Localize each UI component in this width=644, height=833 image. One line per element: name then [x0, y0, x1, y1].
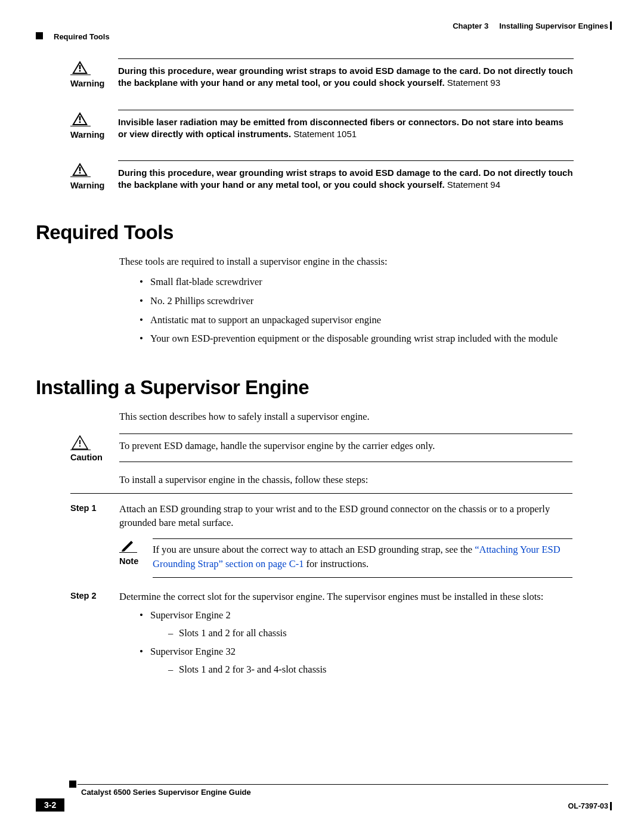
warning-text: During this procedure, wear grounding wr…	[118, 168, 573, 190]
header-square-icon	[36, 32, 43, 39]
list-item: Antistatic mat to support an unpackaged …	[140, 312, 572, 328]
warning-statement: Statement 94	[445, 179, 500, 190]
svg-rect-6	[79, 116, 81, 120]
required-tools-intro: These tools are required to install a su…	[119, 255, 572, 269]
step-text: Determine the correct slot for the super…	[119, 591, 543, 602]
running-footer: Catalyst 6500 Series Supervisor Engine G…	[36, 784, 608, 815]
svg-rect-11	[79, 172, 81, 174]
warning-icon	[70, 110, 91, 126]
note-block: Note If you are unsure about the correct…	[119, 538, 572, 578]
svg-rect-2	[79, 65, 81, 69]
page-number: 3-2	[36, 798, 64, 812]
list-item: Slots 1 and 2 for 3- and 4-slot chassis	[168, 662, 572, 677]
note-text-pre: If you are unsure about the correct way …	[153, 544, 475, 555]
warning-text: During this procedure, wear grounding wr…	[118, 66, 573, 88]
chapter-label: Chapter 3	[453, 21, 488, 30]
footer-accent-bar	[610, 802, 612, 810]
caution-block: Caution To prevent ESD damage, handle th…	[70, 433, 572, 462]
book-title: Catalyst 6500 Series Supervisor Engine G…	[81, 788, 251, 797]
document-number: OL-7397-03	[568, 802, 608, 810]
heading-required-tools: Required Tools	[36, 221, 608, 244]
list-item: Slots 1 and 2 for all chassis	[168, 625, 572, 641]
step-label: Step 2	[70, 590, 119, 680]
header-accent-bar	[610, 21, 612, 30]
list-item: Your own ESD-prevention equipment or the…	[140, 331, 572, 346]
svg-rect-10	[79, 167, 81, 171]
warning-block: Warning During this procedure, wear grou…	[70, 160, 574, 191]
note-icon	[119, 538, 137, 553]
warning-icon	[70, 58, 91, 75]
list-item: No. 2 Phillips screwdriver	[140, 293, 572, 309]
section-current: Required Tools	[54, 32, 110, 41]
svg-rect-7	[79, 121, 81, 123]
note-text-post: for instructions.	[304, 558, 369, 569]
list-item: Supervisor Engine 2 Slots 1 and 2 for al…	[140, 608, 572, 640]
list-item: Small flat-blade screwdriver	[140, 274, 572, 290]
caution-text: To prevent ESD damage, handle the superv…	[119, 433, 572, 462]
footer-square-icon	[69, 781, 76, 788]
warning-label: Warning	[70, 181, 118, 190]
chapter-title: Installing Supervisor Engines	[499, 21, 608, 30]
step-text: Attach an ESD grounding strap to your wr…	[119, 503, 550, 529]
step: Step 2 Determine the correct slot for th…	[70, 590, 572, 680]
step-label: Step 1	[70, 502, 119, 578]
warning-block: Warning Invisible laser radiation may be…	[70, 110, 574, 141]
svg-rect-3	[79, 70, 81, 72]
warning-statement: Statement 93	[445, 78, 500, 88]
install-lead: To install a supervisor engine in the ch…	[119, 473, 572, 487]
step: Step 1 Attach an ESD grounding strap to …	[70, 502, 572, 578]
install-intro: This section describes how to safely ins…	[119, 410, 572, 424]
heading-install: Installing a Supervisor Engine	[36, 376, 608, 399]
svg-rect-13	[79, 440, 80, 444]
required-tools-list: Small flat-blade screwdriver No. 2 Phill…	[140, 274, 572, 346]
warning-statement: Statement 1051	[291, 129, 357, 139]
caution-icon	[70, 433, 91, 450]
caution-label: Caution	[70, 453, 119, 462]
list-item: Supervisor Engine 32 Slots 1 and 2 for 3…	[140, 644, 572, 677]
warning-block: Warning During this procedure, wear grou…	[70, 58, 574, 89]
svg-rect-14	[79, 445, 80, 447]
note-label: Note	[119, 555, 153, 568]
warning-label: Warning	[70, 79, 118, 88]
running-header: Chapter 3 Installing Supervisor Engines …	[36, 21, 608, 38]
warning-label: Warning	[70, 130, 118, 140]
step-bullets: Supervisor Engine 2 Slots 1 and 2 for al…	[140, 608, 572, 677]
warning-icon	[70, 160, 91, 177]
step-list: Step 1 Attach an ESD grounding strap to …	[70, 493, 572, 681]
